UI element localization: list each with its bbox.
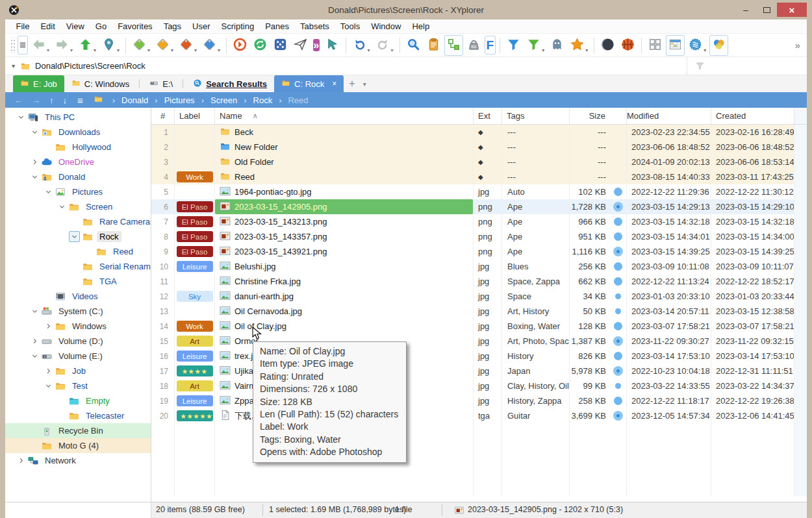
- file-row[interactable]: 15ArtOrmorjpgArt, Photo, Space1,387 KB20…: [151, 334, 807, 349]
- tree-item-onedrive[interactable]: OneDrive: [5, 154, 151, 169]
- tab-c-rock[interactable]: C: Rock×: [274, 75, 344, 92]
- paste-button[interactable]: [424, 35, 443, 56]
- tag-green-button[interactable]: ▾: [130, 35, 152, 56]
- tree-expand-icon[interactable]: [42, 367, 55, 375]
- favorites-button[interactable]: ▾: [568, 35, 590, 56]
- tab-list-button[interactable]: ▾: [361, 75, 369, 92]
- tree-item-hollywood[interactable]: Hollywood: [5, 140, 151, 154]
- file-row[interactable]: 2New Folder◆------2023-06-06 18:48:52202…: [151, 140, 807, 154]
- breadcrumb-down-icon[interactable]: ↓: [59, 95, 71, 105]
- tree-item-system-c-[interactable]: System (C:): [5, 304, 151, 319]
- dropdown-caret-icon[interactable]: ▾: [171, 47, 173, 54]
- menu-scripting[interactable]: Scripting: [216, 20, 260, 32]
- tree-collapse-icon[interactable]: [69, 231, 80, 242]
- dropdown-caret-icon[interactable]: ▾: [147, 47, 150, 54]
- tab-e-job[interactable]: E: Job: [13, 75, 64, 92]
- tree-item-empty[interactable]: Empty: [5, 393, 151, 408]
- tree-collapse-icon[interactable]: [28, 173, 41, 180]
- tree-expand-icon[interactable]: [28, 158, 41, 166]
- dropdown-caret-icon[interactable]: ▾: [47, 47, 49, 54]
- details-view-button[interactable]: [666, 35, 685, 56]
- name-cell[interactable]: 2023-03-15_143213.png: [215, 214, 474, 229]
- goto-button[interactable]: [231, 35, 249, 56]
- send-button[interactable]: [291, 35, 310, 56]
- file-row[interactable]: 6El Paso2023-03-15_142905.pngpngApe1,728…: [151, 199, 807, 214]
- tree-item-telecaster[interactable]: Telecaster: [5, 408, 151, 423]
- name-cell[interactable]: Old Folder: [215, 154, 474, 169]
- tree-item-screen[interactable]: Screen: [5, 199, 151, 214]
- location-pin-button[interactable]: ▾: [99, 35, 121, 56]
- up-button[interactable]: ▾: [76, 35, 98, 56]
- column-header-name[interactable]: Name∧: [215, 108, 474, 124]
- search-button[interactable]: [404, 35, 423, 56]
- breadcrumb-segment[interactable]: Pictures: [163, 95, 196, 105]
- skip-button[interactable]: »: [311, 36, 321, 55]
- tree-expand-icon[interactable]: [14, 457, 27, 464]
- tree-item-test[interactable]: Test: [5, 378, 151, 393]
- file-row[interactable]: 18ArtVairmejpgClay, History, Oil99 KB202…: [151, 378, 807, 393]
- undo-button[interactable]: ▾: [350, 35, 372, 56]
- name-cell[interactable]: 2023-03-15_142905.png: [215, 199, 474, 214]
- breadcrumb-segment[interactable]: Rock: [252, 95, 274, 105]
- breadcrumb-up-icon[interactable]: ↑: [45, 95, 58, 105]
- new-tab-button[interactable]: +: [344, 75, 360, 92]
- menu-window[interactable]: Window: [366, 20, 407, 32]
- menu-edit[interactable]: Edit: [35, 20, 60, 32]
- tag-red-button[interactable]: ▾: [177, 35, 199, 56]
- name-cell[interactable]: Beck: [215, 125, 474, 140]
- file-row[interactable]: 20★★★★★下载.tgatgaGuitar3,699 KB2023-12-05…: [151, 408, 807, 423]
- dropdown-caret-icon[interactable]: ▾: [70, 47, 73, 54]
- tree-item-pictures[interactable]: Pictures: [5, 184, 151, 199]
- filter-green-button[interactable]: ▾: [524, 35, 546, 56]
- tree-item-videos[interactable]: Videos: [5, 289, 151, 304]
- tree-item-recycle-bin[interactable]: Recycle Bin: [5, 423, 151, 438]
- tab-close-icon[interactable]: ×: [332, 79, 336, 88]
- dropdown-caret-icon[interactable]: ▾: [542, 47, 544, 54]
- tab-e-[interactable]: EE:\: [142, 75, 180, 92]
- column-header-modified[interactable]: Modified: [627, 108, 711, 124]
- menu-tags[interactable]: Tags: [158, 20, 186, 32]
- weight-button[interactable]: KG: [464, 35, 483, 56]
- column-header-tags[interactable]: Tags: [502, 108, 570, 124]
- menu-user[interactable]: User: [187, 20, 216, 32]
- menu-button[interactable]: ≡: [18, 36, 28, 55]
- file-row[interactable]: 19LeisureZppaFrjpgHistory, Zappa258 KB20…: [151, 393, 807, 408]
- pointer-button[interactable]: [323, 35, 342, 56]
- dropdown-caret-icon[interactable]: ▾: [94, 47, 96, 54]
- menu-file[interactable]: File: [10, 20, 35, 32]
- dark-mode-button[interactable]: [598, 35, 617, 56]
- file-row[interactable]: 1Beck◆------2023-02-23 22:34:552023-02-1…: [151, 125, 807, 140]
- flat-view-button[interactable]: F: [485, 36, 496, 55]
- tree-item-donald[interactable]: Donald: [5, 169, 151, 184]
- panes-button[interactable]: [646, 35, 665, 56]
- name-cell[interactable]: Christine Frka.jpg: [215, 274, 474, 289]
- menu-favorites[interactable]: Favorites: [112, 20, 158, 32]
- name-cell[interactable]: 1964-pontiac-gto.jpg: [215, 184, 474, 199]
- name-cell[interactable]: 2023-03-15_143921.png: [215, 244, 474, 259]
- dropdown-caret-icon[interactable]: ▾: [368, 47, 370, 54]
- tree-item-volume-d-[interactable]: Volume (D:): [5, 334, 151, 349]
- toolbar-grip[interactable]: [10, 38, 15, 53]
- file-row[interactable]: 4WorkReed◆------2023-08-15 14:40:332023-…: [151, 169, 807, 184]
- name-cell[interactable]: 2023-03-15_143357.png: [215, 229, 474, 244]
- tree-expand-icon[interactable]: [42, 323, 55, 330]
- tree-expand-icon[interactable]: [28, 338, 41, 345]
- file-row[interactable]: 12Skydanuri-earth.jpgjpgSpace34 KB2023-0…: [151, 289, 807, 304]
- file-row[interactable]: 10LeisureBelushi.jpgjpgBlues256 KB2023-0…: [151, 259, 807, 274]
- tree-collapse-icon[interactable]: [42, 188, 55, 195]
- file-row[interactable]: 13Oil Cernavoda.jpgjpgArt, History50 KB2…: [151, 304, 807, 319]
- tree-item-volume-e-[interactable]: EVolume (E:): [5, 349, 151, 364]
- minimize-button[interactable]: –: [735, 3, 756, 17]
- menu-view[interactable]: View: [60, 20, 90, 32]
- filter-funnel-icon[interactable]: [695, 61, 705, 71]
- file-row[interactable]: 9El Paso2023-03-15_143921.pngpngApe1,116…: [151, 244, 807, 259]
- redo-button[interactable]: ▾: [374, 35, 396, 56]
- breadcrumb-segment[interactable]: Donald: [120, 95, 149, 105]
- column-header-ext[interactable]: Ext: [474, 108, 502, 124]
- file-row[interactable]: 51964-pontiac-gto.jpgjpgAuto102 KB2022-1…: [151, 184, 807, 199]
- tree-item-network[interactable]: Network: [5, 453, 151, 468]
- tree-collapse-icon[interactable]: [42, 382, 55, 389]
- breadcrumb-menu-icon[interactable]: ≡: [72, 95, 88, 106]
- tree-item-downloads[interactable]: Downloads: [5, 125, 151, 140]
- name-cell[interactable]: danuri-earth.jpg: [215, 289, 474, 304]
